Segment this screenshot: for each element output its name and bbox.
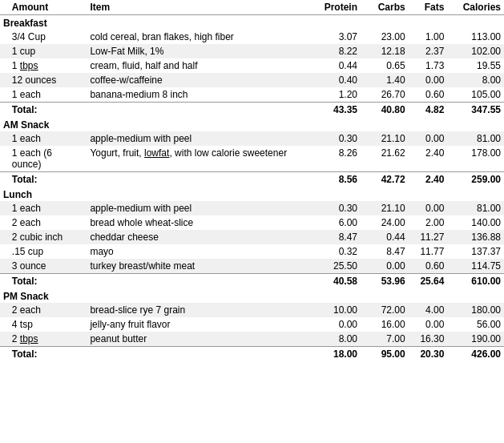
- table-row: 4 tsp jelly-any fruit flavor 0.00 16.00 …: [0, 317, 504, 332]
- item-cell: bread-slice rye 7 grain: [87, 303, 312, 317]
- amount-cell: .15 cup: [9, 244, 87, 259]
- calories-cell: 56.00: [447, 317, 504, 332]
- col-item: Item: [87, 0, 312, 15]
- calories-cell: 105.00: [447, 87, 504, 103]
- fats-cell: 0.00: [409, 317, 448, 332]
- table-row: 1 cup Low-Fat Milk, 1% 8.22 12.18 2.37 1…: [0, 44, 504, 58]
- section-title-am-snack: AM Snack: [0, 117, 504, 131]
- item-cell: mayo: [87, 244, 312, 259]
- table-row: 2 each bread-slice rye 7 grain 10.00 72.…: [0, 303, 504, 317]
- table-row: 12 ounces coffee-w/caffeine 0.40 1.40 0.…: [0, 73, 504, 87]
- fats-cell: 0.60: [409, 259, 448, 274]
- fats-cell: 1.00: [409, 30, 448, 44]
- protein-cell: 1.20: [312, 87, 361, 103]
- item-cell: bread whole wheat-slice: [87, 215, 312, 230]
- total-label: Total:: [9, 103, 313, 118]
- table-row: 1 each apple-medium with peel 0.30 21.10…: [0, 201, 504, 215]
- total-fats: 2.40: [409, 172, 448, 187]
- total-calories: 259.00: [447, 172, 504, 187]
- total-calories: 426.00: [447, 347, 504, 362]
- protein-cell: 8.00: [312, 332, 361, 347]
- fats-cell: 4.00: [409, 303, 448, 317]
- protein-cell: 0.32: [312, 244, 361, 259]
- section-pm-snack: PM Snack: [0, 288, 504, 303]
- calories-cell: 81.00: [447, 201, 504, 215]
- calories-cell: 8.00: [447, 73, 504, 87]
- carbs-cell: 1.40: [361, 73, 409, 87]
- total-carbs: 95.00: [361, 347, 409, 362]
- amount-cell: 1 each: [9, 201, 87, 215]
- amount-cell: 12 ounces: [9, 73, 87, 87]
- carbs-cell: 0.44: [361, 230, 409, 244]
- item-cell: coffee-w/caffeine: [87, 73, 312, 87]
- protein-cell: 0.30: [312, 131, 361, 146]
- protein-cell: 8.26: [312, 146, 361, 172]
- total-protein: 40.58: [312, 274, 361, 289]
- total-carbs: 53.96: [361, 274, 409, 289]
- carbs-cell: 7.00: [361, 332, 409, 347]
- item-cell: banana-medium 8 inch: [87, 87, 312, 103]
- amount-cell: 3/4 Cup: [9, 30, 87, 44]
- item-cell: jelly-any fruit flavor: [87, 317, 312, 332]
- col-amount: Amount: [9, 0, 87, 15]
- total-carbs: 42.72: [361, 172, 409, 187]
- protein-cell: 6.00: [312, 215, 361, 230]
- protein-cell: 0.30: [312, 201, 361, 215]
- calories-cell: 102.00: [447, 44, 504, 58]
- item-cell: apple-medium with peel: [87, 131, 312, 146]
- carbs-cell: 26.70: [361, 87, 409, 103]
- section-lunch: Lunch: [0, 187, 504, 201]
- total-protein: 43.35: [312, 103, 361, 118]
- carbs-cell: 8.47: [361, 244, 409, 259]
- protein-cell: 8.47: [312, 230, 361, 244]
- total-label: Total:: [9, 274, 313, 289]
- total-row-am-snack: Total: 8.56 42.72 2.40 259.00: [0, 172, 504, 187]
- amount-cell: 1 tbps: [9, 58, 87, 73]
- column-header-row: Amount Item Protein Carbs Fats Calories: [0, 0, 504, 15]
- total-protein: 18.00: [312, 347, 361, 362]
- item-cell: cheddar cheese: [87, 230, 312, 244]
- item-cell: cold cereal, bran flakes, high fiber: [87, 30, 312, 44]
- table-row: 2 cubic inch cheddar cheese 8.47 0.44 11…: [0, 230, 504, 244]
- calories-cell: 190.00: [447, 332, 504, 347]
- protein-cell: 0.40: [312, 73, 361, 87]
- calories-cell: 137.37: [447, 244, 504, 259]
- table-row: 3/4 Cup cold cereal, bran flakes, high f…: [0, 30, 504, 44]
- fats-cell: 11.77: [409, 244, 448, 259]
- calories-cell: 140.00: [447, 215, 504, 230]
- fats-cell: 0.00: [409, 131, 448, 146]
- fats-cell: 16.30: [409, 332, 448, 347]
- carbs-cell: 72.00: [361, 303, 409, 317]
- carbs-cell: 23.00: [361, 30, 409, 44]
- amount-cell: 3 ounce: [9, 259, 87, 274]
- table-row: 1 each banana-medium 8 inch 1.20 26.70 0…: [0, 87, 504, 103]
- table-row: 2 each bread whole wheat-slice 6.00 24.0…: [0, 215, 504, 230]
- carbs-cell: 16.00: [361, 317, 409, 332]
- col-carbs: Carbs: [361, 0, 409, 15]
- section-title-breakfast: Breakfast: [0, 15, 504, 30]
- section-breakfast: Breakfast: [0, 15, 504, 30]
- amount-cell: 1 cup: [9, 44, 87, 58]
- total-protein: 8.56: [312, 172, 361, 187]
- fats-cell: 0.00: [409, 201, 448, 215]
- fats-cell: 2.00: [409, 215, 448, 230]
- item-cell: peanut butter: [87, 332, 312, 347]
- total-row-lunch: Total: 40.58 53.96 25.64 610.00: [0, 274, 504, 289]
- calories-cell: 19.55: [447, 58, 504, 73]
- amount-cell: 4 tsp: [9, 317, 87, 332]
- table-row: 3 ounce turkey breast/white meat 25.50 0…: [0, 259, 504, 274]
- amount-cell: 2 each: [9, 215, 87, 230]
- amount-cell: 1 each (6 ounce): [9, 146, 87, 172]
- calories-cell: 113.00: [447, 30, 504, 44]
- carbs-cell: 24.00: [361, 215, 409, 230]
- item-cell: turkey breast/white meat: [87, 259, 312, 274]
- item-cell: Yogurt, fruit, lowfat, with low calorie …: [87, 146, 312, 172]
- total-carbs: 40.80: [361, 103, 409, 118]
- col-spacer: [0, 0, 9, 15]
- carbs-cell: 21.10: [361, 201, 409, 215]
- carbs-cell: 12.18: [361, 44, 409, 58]
- total-label: Total:: [9, 172, 313, 187]
- fats-cell: 0.60: [409, 87, 448, 103]
- protein-cell: 0.00: [312, 317, 361, 332]
- table-row: 1 each apple-medium with peel 0.30 21.10…: [0, 131, 504, 146]
